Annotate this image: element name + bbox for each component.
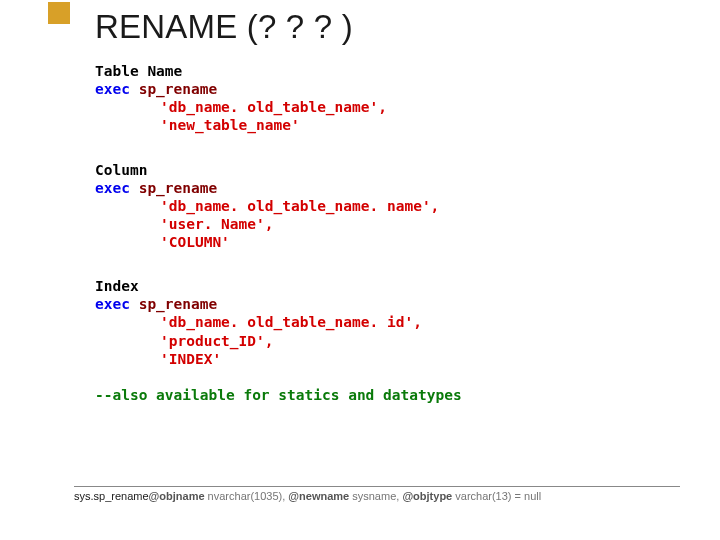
- sp-name: sp_rename: [139, 81, 218, 97]
- arg-line: 'product_ID',: [160, 332, 680, 350]
- exec-keyword: exec: [95, 296, 130, 312]
- footer-signature: sys.sp_rename@objname nvarchar(1035), @n…: [74, 486, 680, 502]
- arg-line: 'db_name. old_table_name',: [160, 98, 680, 116]
- exec-keyword: exec: [95, 81, 130, 97]
- section-label-index: Index: [95, 277, 680, 295]
- footer-type2: sysname,: [349, 490, 402, 502]
- footer-fn: sys.sp_rename: [74, 490, 149, 502]
- accent-square: [48, 2, 70, 24]
- arg-line: 'db_name. old_table_name. name',: [160, 197, 680, 215]
- arg-line: 'new_table_name': [160, 116, 680, 134]
- footer-var3: @objtype: [402, 490, 452, 502]
- footer-type1: nvarchar(1035),: [205, 490, 289, 502]
- code-content: Table Name exec sp_rename 'db_name. old_…: [95, 62, 680, 404]
- exec-line-column: exec sp_rename: [95, 179, 680, 197]
- section-label-column: Column: [95, 161, 680, 179]
- footer-var2: @newname: [288, 490, 349, 502]
- arg-line: 'COLUMN': [160, 233, 680, 251]
- args-column: 'db_name. old_table_name. name', 'user. …: [95, 197, 680, 251]
- args-table: 'db_name. old_table_name', 'new_table_na…: [95, 98, 680, 134]
- exec-line-index: exec sp_rename: [95, 295, 680, 313]
- arg-line: 'INDEX': [160, 350, 680, 368]
- exec-line-table: exec sp_rename: [95, 80, 680, 98]
- sql-comment: --also available for statics and datatyp…: [95, 386, 680, 404]
- page-title: RENAME (? ? ? ): [95, 8, 353, 46]
- footer-var1: @objname: [149, 490, 205, 502]
- exec-keyword: exec: [95, 180, 130, 196]
- args-index: 'db_name. old_table_name. id', 'product_…: [95, 313, 680, 367]
- sp-name: sp_rename: [139, 296, 218, 312]
- footer-type3: varchar(13) = null: [452, 490, 541, 502]
- arg-line: 'user. Name',: [160, 215, 680, 233]
- sp-name: sp_rename: [139, 180, 218, 196]
- section-label-table: Table Name: [95, 62, 680, 80]
- arg-line: 'db_name. old_table_name. id',: [160, 313, 680, 331]
